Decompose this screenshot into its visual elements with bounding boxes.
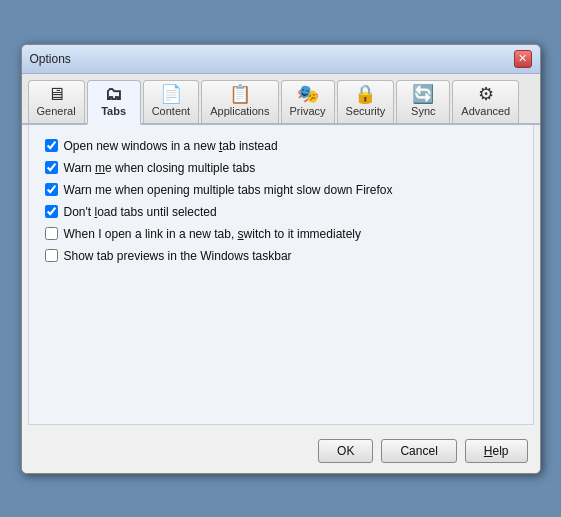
sync-icon: 🔄 xyxy=(412,85,434,103)
general-icon: 🖥 xyxy=(47,85,65,103)
tab-security[interactable]: 🔒 Security xyxy=(337,80,395,123)
tab-sync-label: Sync xyxy=(411,105,435,117)
tab-security-label: Security xyxy=(346,105,386,117)
footer: OK Cancel Help xyxy=(22,431,540,473)
options-dialog: Options ✕ 🖥 General 🗂 Tabs 📄 Content 📋 A… xyxy=(21,44,541,474)
title-bar: Options ✕ xyxy=(22,45,540,74)
tab-tabs[interactable]: 🗂 Tabs xyxy=(87,80,141,125)
close-button[interactable]: ✕ xyxy=(514,50,532,68)
checkbox-switch-tab[interactable] xyxy=(45,227,58,240)
security-icon: 🔒 xyxy=(354,85,376,103)
help-button[interactable]: Help xyxy=(465,439,528,463)
tab-applications[interactable]: 📋 Applications xyxy=(201,80,278,123)
content-icon: 📄 xyxy=(160,85,182,103)
tab-privacy-label: Privacy xyxy=(290,105,326,117)
checkbox-row-1: Open new windows in a new tab instead xyxy=(45,139,517,153)
checkbox-warn-opening[interactable] xyxy=(45,183,58,196)
tab-content-area: Open new windows in a new tab instead Wa… xyxy=(28,125,534,425)
tab-tabs-label: Tabs xyxy=(101,105,126,117)
checkbox-tab-previews-label: Show tab previews in the Windows taskbar xyxy=(64,249,292,263)
checkbox-dont-load[interactable] xyxy=(45,205,58,218)
checkbox-new-windows-label: Open new windows in a new tab instead xyxy=(64,139,278,153)
checkbox-row-2: Warn me when closing multiple tabs xyxy=(45,161,517,175)
dialog-title: Options xyxy=(30,52,71,66)
checkbox-switch-tab-label: When I open a link in a new tab, switch … xyxy=(64,227,361,241)
tab-advanced[interactable]: ⚙ Advanced xyxy=(452,80,519,123)
tab-content-label: Content xyxy=(152,105,191,117)
checkbox-row-4: Don't load tabs until selected xyxy=(45,205,517,219)
tab-content[interactable]: 📄 Content xyxy=(143,80,200,123)
checkbox-warn-opening-label: Warn me when opening multiple tabs might… xyxy=(64,183,393,197)
tab-applications-label: Applications xyxy=(210,105,269,117)
checkbox-warn-closing-label: Warn me when closing multiple tabs xyxy=(64,161,256,175)
applications-icon: 📋 xyxy=(229,85,251,103)
checkbox-row-3: Warn me when opening multiple tabs might… xyxy=(45,183,517,197)
checkbox-tab-previews[interactable] xyxy=(45,249,58,262)
tab-general-label: General xyxy=(37,105,76,117)
checkbox-dont-load-label: Don't load tabs until selected xyxy=(64,205,217,219)
privacy-icon: 🎭 xyxy=(297,85,319,103)
tab-sync[interactable]: 🔄 Sync xyxy=(396,80,450,123)
checkbox-new-windows[interactable] xyxy=(45,139,58,152)
tab-privacy[interactable]: 🎭 Privacy xyxy=(281,80,335,123)
tabs-icon: 🗂 xyxy=(105,85,123,103)
tab-advanced-label: Advanced xyxy=(461,105,510,117)
checkbox-row-5: When I open a link in a new tab, switch … xyxy=(45,227,517,241)
cancel-button[interactable]: Cancel xyxy=(381,439,456,463)
advanced-icon: ⚙ xyxy=(478,85,494,103)
ok-button[interactable]: OK xyxy=(318,439,373,463)
tab-general[interactable]: 🖥 General xyxy=(28,80,85,123)
tabs-bar: 🖥 General 🗂 Tabs 📄 Content 📋 Application… xyxy=(22,74,540,125)
checkbox-warn-closing[interactable] xyxy=(45,161,58,174)
checkbox-row-6: Show tab previews in the Windows taskbar xyxy=(45,249,517,263)
